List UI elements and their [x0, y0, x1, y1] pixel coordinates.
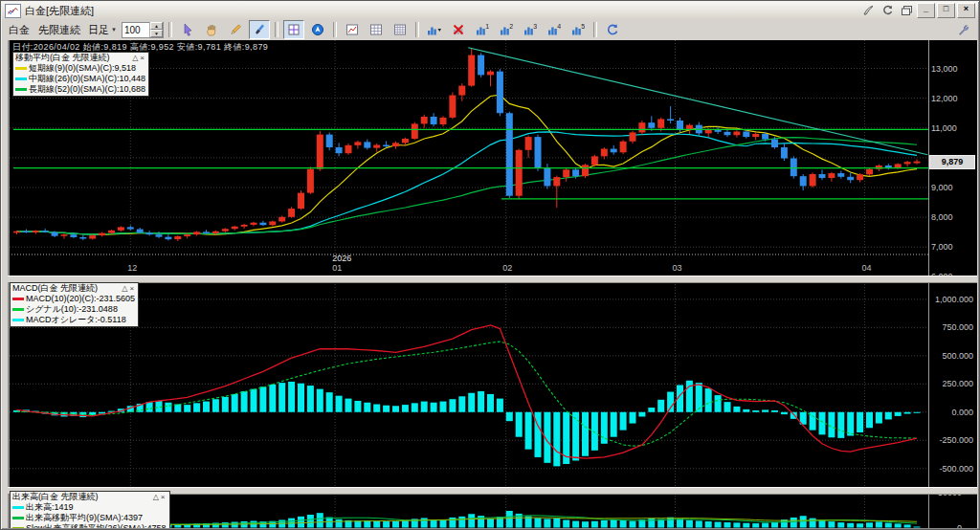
chart-preset-3-button[interactable]: 3: [520, 20, 541, 39]
macd-legend-title: MACD(白金 先限連続): [12, 283, 121, 294]
legend-close-icon[interactable]: ×: [128, 283, 135, 294]
line-swatch: [15, 77, 27, 80]
line-swatch: [12, 319, 24, 321]
x-axis-label: 01: [332, 263, 342, 273]
toolbar-separator: [333, 22, 337, 37]
cursor-tool-button[interactable]: [177, 20, 198, 39]
rotate-icon[interactable]: [879, 4, 896, 17]
svg-text:5: 5: [581, 23, 585, 30]
chart-preset-4-button[interactable]: 4: [544, 20, 565, 39]
svg-text:1: 1: [485, 23, 489, 30]
macd-axis-label: -250.000: [922, 435, 973, 445]
settings-button[interactable]: [953, 20, 974, 39]
macd-axis-label: 750.000: [922, 322, 973, 332]
delete-chart-icon: [452, 23, 465, 36]
chart-preset-1-button[interactable]: 1: [472, 20, 493, 39]
legend-row: 出来高:1419: [12, 502, 167, 513]
legend-close-icon[interactable]: ×: [160, 492, 167, 502]
pan-tool-button[interactable]: [201, 20, 222, 39]
spin-down-icon[interactable]: ▼: [150, 30, 163, 37]
pen-annotate-icon[interactable]: [859, 4, 877, 17]
chart-window-icon: [5, 4, 21, 18]
grid-dense-icon: [393, 23, 407, 36]
svg-text:2: 2: [509, 23, 513, 30]
chart-preset-3-icon: 3: [523, 23, 537, 36]
line-swatch: [12, 308, 24, 311]
cascade-windows-icon[interactable]: [898, 4, 915, 17]
toolbar-separator: [415, 22, 419, 37]
legend-minimize-icon[interactable]: △: [152, 492, 160, 502]
minimize-button[interactable]: _: [917, 3, 935, 18]
bar-count-value[interactable]: 100: [122, 25, 149, 35]
line-swatch: [12, 506, 24, 509]
refresh-icon: [606, 23, 619, 36]
oscillator-value-label: MACDオシレータ:-0.5118: [26, 315, 126, 325]
y-axis-label: 9,000: [931, 183, 953, 192]
period-value: 日足: [88, 23, 109, 37]
y-axis-label: 8,000: [931, 212, 953, 222]
legend-row: 中期線(26)(0)(SMA)(C):10,448: [15, 74, 145, 84]
legend-close-icon[interactable]: ×: [139, 53, 145, 63]
refresh-button[interactable]: [602, 20, 623, 39]
grid-layout-button[interactable]: [366, 20, 387, 39]
pencil-tool-button[interactable]: [225, 20, 246, 39]
crosshair-icon: [287, 23, 301, 36]
legend-row: 長期線(52)(0)(SMA)(C):10,688: [15, 84, 145, 95]
grid-dense-layout-button[interactable]: [390, 20, 411, 39]
close-button[interactable]: ×: [957, 3, 975, 18]
ma-long-label: 長期線(52)(0)(SMA)(C):10,688: [29, 84, 145, 95]
macd-value-label: MACD(10)(20)(C):-231.5605: [26, 294, 135, 304]
volume-ma9-label: 出来高移動平均(9)(SMA):4397: [26, 513, 143, 523]
x-axis-label: 04: [862, 263, 872, 273]
chevron-down-icon: ▼: [111, 27, 117, 33]
legend-row: MACDオシレータ:-0.5118: [12, 315, 135, 325]
chart-preset-2-button[interactable]: 2: [496, 20, 517, 39]
grid-icon: [369, 23, 383, 36]
bar-count-stepper[interactable]: 100 ▲ ▼: [122, 22, 164, 38]
chart-preset-1-icon: 1: [476, 23, 489, 36]
volume-axis-label: 0: [914, 523, 962, 530]
x-axis-label: 03: [673, 263, 682, 273]
volume-legend: 出来高(白金 先限連続) △ × 出来高:1419 出来高移動平均(9)(SMA…: [10, 491, 170, 530]
new-chart-button[interactable]: [342, 20, 363, 39]
macd-axis-label: 0.000: [922, 408, 973, 417]
macd-axis-label: 250.000: [922, 379, 973, 388]
volume-legend-title: 出来高(白金 先限連続): [12, 492, 152, 502]
x-axis-label: 02: [502, 263, 512, 273]
macd-axis-label: 1,000.000: [922, 295, 973, 304]
signal-value-label: シグナル(10):-231.0488: [26, 304, 118, 315]
spin-up-icon[interactable]: ▲: [150, 22, 163, 30]
period-dropdown[interactable]: 日足 ▼: [86, 23, 119, 37]
y-axis-label: 7,000: [931, 242, 953, 252]
volume-ma26-label: Slow出来高移動平均(26)(SMA):4758: [26, 523, 167, 530]
legend-minimize-icon[interactable]: △: [131, 53, 139, 63]
x-axis-year-label: 2026: [332, 254, 351, 263]
symbol-label[interactable]: 白金: [6, 23, 33, 37]
ma-short-label: 短期線(9)(0)(SMA)(C):9,518: [29, 63, 136, 74]
toolbar-separator: [168, 22, 172, 37]
crosshair-tool-button[interactable]: [283, 20, 304, 39]
toolbar-separator: [593, 22, 597, 37]
macd-legend: MACD(白金 先限連続) △ × MACD(10)(20)(C):-231.5…: [10, 282, 139, 327]
legend-row: Slow出来高移動平均(26)(SMA):4758: [12, 523, 167, 530]
maximize-button[interactable]: □: [937, 3, 955, 18]
volume-value-label: 出来高:1419: [26, 502, 74, 513]
brush-icon: [253, 23, 266, 36]
chart-preset-2-icon: 2: [500, 23, 513, 36]
contract-label[interactable]: 先限連続: [35, 23, 83, 37]
remove-indicator-button[interactable]: [448, 20, 469, 39]
chart-preset-5-button[interactable]: 5: [568, 20, 589, 39]
brush-tool-button[interactable]: [249, 20, 270, 39]
legend-row: MACD(10)(20)(C):-231.5605: [12, 294, 135, 304]
indicator-dropdown-button[interactable]: [424, 20, 445, 39]
ma-legend: 移動平均(白金 先限連続) △ × 短期線(9)(0)(SMA)(C):9,51…: [12, 52, 149, 97]
chart-preset-4-icon: 4: [547, 23, 561, 36]
panel-divider[interactable]: [8, 276, 977, 283]
chart-panel-icon: [345, 23, 359, 36]
wrench-icon: [957, 23, 970, 36]
legend-minimize-icon[interactable]: △: [121, 283, 128, 294]
window-title: 白金[先限連続]: [25, 4, 94, 18]
compass-tool-button[interactable]: [307, 20, 328, 39]
macd-axis-label: -500.000: [922, 464, 973, 474]
title-bar[interactable]: 白金[先限連続] _ □ ×: [2, 2, 978, 20]
